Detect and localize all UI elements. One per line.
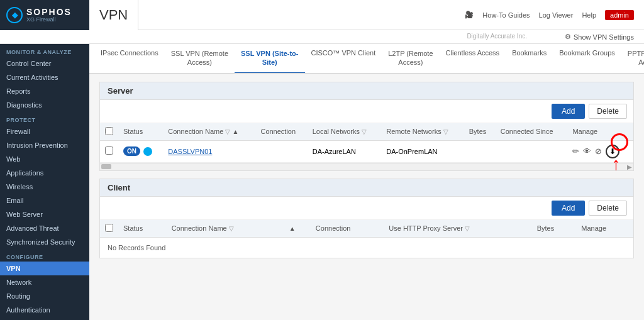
- tabs-bar: IPsec Connections SSL VPN (RemoteAccess)…: [89, 44, 644, 74]
- sidebar-item-synchronized-security[interactable]: Synchronized Security: [0, 235, 89, 249]
- server-col-connected-since: Connected Since: [496, 123, 568, 141]
- logo-area: ◆ SOPHOS XG Firewall: [0, 7, 89, 23]
- sidebar-item-vpn[interactable]: VPN: [0, 262, 89, 275]
- sophos-logo-text: SOPHOS: [26, 8, 72, 16]
- client-delete-button[interactable]: Delete: [589, 201, 627, 216]
- tab-ssl-site[interactable]: SSL VPN (Site-to-Site): [235, 44, 304, 74]
- client-col-status: Status: [118, 220, 167, 238]
- server-section: Server Add Delete: [99, 82, 634, 171]
- server-col-bytes: Bytes: [464, 123, 496, 141]
- tab-l2tp[interactable]: L2TP (RemoteAccess): [382, 44, 439, 74]
- client-col-manage: Manage: [576, 220, 633, 238]
- server-section-header: Server: [100, 82, 633, 100]
- xg-label: XG Firewall: [26, 16, 72, 23]
- client-no-records-row: No Records Found: [100, 237, 633, 258]
- server-add-button[interactable]: Add: [552, 104, 585, 119]
- server-col-connection-name: Connection Name ▽ ▲: [163, 123, 255, 141]
- sidebar-item-firewall[interactable]: Firewall: [0, 124, 89, 138]
- help-link[interactable]: Help: [582, 11, 596, 19]
- tab-ssl-remote[interactable]: SSL VPN (RemoteAccess): [165, 44, 235, 74]
- sidebar-item-wireless[interactable]: Wireless: [0, 180, 89, 194]
- server-delete-button[interactable]: Delete: [589, 104, 627, 119]
- sidebar-item-applications[interactable]: Applications: [0, 166, 89, 180]
- client-col-sort: ▲: [284, 220, 311, 238]
- client-col-http-proxy: Use HTTP Proxy Server ▽: [384, 220, 531, 238]
- server-select-all-checkbox[interactable]: [105, 127, 113, 135]
- download-icon[interactable]: ⬇: [606, 145, 619, 158]
- server-row-checkbox[interactable]: [105, 146, 113, 155]
- show-vpn-settings-button[interactable]: ⚙ Show VPN Settings: [565, 33, 634, 41]
- sidebar: MONITOR & ANALYZE Control Center Current…: [0, 44, 89, 320]
- sidebar-item-diagnostics[interactable]: Diagnostics: [0, 98, 89, 112]
- scroll-right-arrow[interactable]: ▶: [627, 163, 632, 170]
- sidebar-section-monitor: MONITOR & ANALYZE: [0, 44, 89, 57]
- server-table-row: ON DASSLVPN01 DA-AzureLAN DA-OnPremLAN: [100, 140, 633, 162]
- how-to-guides-icon: 🎥: [465, 11, 474, 19]
- tab-cisco[interactable]: CISCO™ VPN Client: [305, 44, 382, 74]
- gear-icon: ⚙: [565, 33, 571, 41]
- how-to-guides-link[interactable]: How-To Guides: [482, 11, 530, 19]
- tab-clientless[interactable]: Clientless Access: [440, 44, 506, 74]
- sidebar-item-web[interactable]: Web: [0, 152, 89, 166]
- sidebar-item-authentication[interactable]: Authentication: [0, 303, 89, 317]
- toggle-indicator: [143, 147, 152, 156]
- server-col-local-networks: Local Networks ▽: [308, 123, 381, 141]
- client-col-connection-name: Connection Name ▽: [167, 220, 284, 238]
- log-viewer-link[interactable]: Log Viewer: [539, 11, 574, 19]
- toggle-on[interactable]: ON: [123, 146, 140, 156]
- sidebar-item-current-activities[interactable]: Current Activities: [0, 70, 89, 84]
- sidebar-section-protect: PROTECT: [0, 112, 89, 124]
- sidebar-item-system-services[interactable]: System Services: [0, 317, 89, 320]
- block-icon[interactable]: ⊘: [595, 146, 602, 156]
- edit-icon[interactable]: ✏: [572, 146, 579, 156]
- tab-bookmarks[interactable]: Bookmarks: [506, 44, 553, 74]
- sidebar-item-network[interactable]: Network: [0, 275, 89, 289]
- local-networks-cell: DA-AzureLAN: [308, 140, 381, 162]
- page-title: VPN: [99, 7, 128, 23]
- sophos-icon: ◆: [6, 7, 23, 23]
- client-add-button[interactable]: Add: [552, 201, 585, 216]
- sidebar-item-advanced-threat[interactable]: Advanced Threat: [0, 221, 89, 235]
- connection-name-link[interactable]: DASSLVPN01: [168, 148, 212, 155]
- server-col-remote-networks: Remote Networks ▽: [381, 123, 464, 141]
- horizontal-scrollbar[interactable]: ▶: [100, 163, 633, 170]
- sidebar-section-configure: CONFIGURE: [0, 249, 89, 262]
- sidebar-item-web-server[interactable]: Web Server: [0, 207, 89, 221]
- sidebar-item-routing[interactable]: Routing: [0, 289, 89, 303]
- sidebar-item-reports[interactable]: Reports: [0, 84, 89, 98]
- remote-networks-cell: DA-OnPremLAN: [381, 140, 464, 162]
- view-icon[interactable]: 👁: [583, 146, 591, 156]
- sidebar-item-control-center[interactable]: Control Center: [0, 57, 89, 70]
- client-select-all-checkbox[interactable]: [105, 224, 113, 232]
- content-body: Server Add Delete: [89, 74, 644, 320]
- sidebar-item-intrusion-prevention[interactable]: Intrusion Prevention: [0, 138, 89, 152]
- client-col-bytes: Bytes: [532, 220, 577, 238]
- client-section: Client Add Delete Status: [99, 179, 634, 258]
- server-col-manage: Manage: [567, 123, 633, 141]
- client-col-connection: Connection: [311, 220, 384, 238]
- user-badge[interactable]: admin: [605, 10, 634, 20]
- sidebar-item-email[interactable]: Email: [0, 194, 89, 207]
- tab-pptp[interactable]: PPTP (RemoteAccess): [621, 44, 644, 74]
- client-section-header: Client: [100, 179, 633, 197]
- server-col-connection: Connection: [255, 123, 307, 141]
- tab-ipsec[interactable]: IPsec Connections: [94, 44, 165, 74]
- server-col-status: Status: [118, 123, 163, 141]
- tab-bookmark-groups[interactable]: Bookmark Groups: [553, 44, 621, 74]
- digitally-text: Digitally Accurate Inc.: [467, 33, 527, 40]
